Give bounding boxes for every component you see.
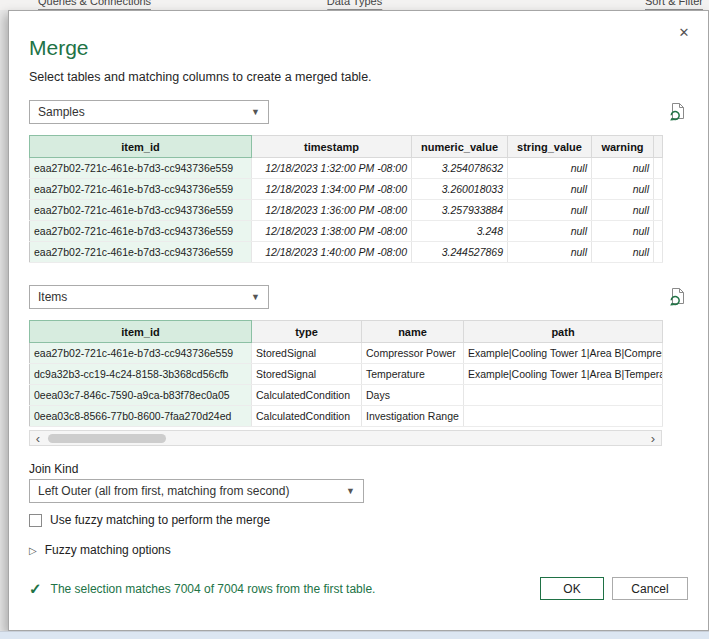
table-cell: null: [508, 200, 592, 221]
column-header[interactable]: string_value: [508, 136, 592, 158]
table-cell: null: [592, 242, 654, 263]
scrollbar-gutter: [654, 221, 663, 242]
table-row: eaa27b02-721c-461e-b7d3-cc943736e55912/1…: [30, 200, 663, 221]
scroll-right-icon[interactable]: ›: [645, 432, 661, 445]
expander-triangle-icon: ▷: [29, 545, 37, 556]
table-row: eaa27b02-721c-461e-b7d3-cc943736e55912/1…: [30, 158, 663, 179]
scrollbar-gutter: [654, 242, 663, 263]
samples-preview-table: item_idtimestampnumeric_valuestring_valu…: [29, 135, 663, 263]
first-table-select[interactable]: Samples ▼: [29, 100, 269, 124]
table-cell: StoredSignal: [252, 364, 362, 385]
fuzzy-options-label: Fuzzy matching options: [45, 543, 171, 557]
first-table-select-value: Samples: [38, 105, 85, 119]
table-cell: Temperature: [362, 364, 464, 385]
table-cell: eaa27b02-721c-461e-b7d3-cc943736e559: [30, 221, 252, 242]
table-cell: Example|Cooling Tower 1|Area B|Compress: [464, 343, 663, 364]
status-text: The selection matches 7004 of 7004 rows …: [51, 582, 376, 596]
table-cell: 0eea03c7-846c-7590-a9ca-b83f78ec0a05: [30, 385, 252, 406]
table-cell: 12/18/2023 1:38:00 PM -08:00: [252, 221, 412, 242]
table-cell: null: [508, 179, 592, 200]
join-kind-select[interactable]: Left Outer (all from first, matching fro…: [29, 479, 364, 503]
column-header[interactable]: numeric_value: [412, 136, 508, 158]
excel-ribbon-strip: Queries & Connections Data Types Sort & …: [0, 0, 709, 10]
table-cell: null: [508, 158, 592, 179]
scroll-left-icon[interactable]: ‹: [30, 432, 46, 445]
second-table-select-value: Items: [38, 290, 67, 304]
table-cell: CalculatedCondition: [252, 406, 362, 427]
table-cell: 3.254078632: [412, 158, 508, 179]
fuzzy-matching-checkbox[interactable]: [29, 514, 42, 527]
join-kind-value: Left Outer (all from first, matching fro…: [38, 484, 289, 498]
scrollbar-gutter: [654, 179, 663, 200]
column-header[interactable]: timestamp: [252, 136, 412, 158]
table-cell: null: [508, 242, 592, 263]
second-table-select[interactable]: Items ▼: [29, 285, 269, 309]
dialog-title: Merge: [29, 35, 688, 61]
table-cell: eaa27b02-721c-461e-b7d3-cc943736e559: [30, 179, 252, 200]
table-row: eaa27b02-721c-461e-b7d3-cc943736e559Stor…: [30, 343, 663, 364]
items-preview-table: item_idtypenamepatheaa27b02-721c-461e-b7…: [29, 320, 663, 427]
chevron-down-icon: ▼: [346, 486, 355, 496]
column-header[interactable]: path: [464, 321, 663, 343]
chevron-down-icon: ▼: [251, 292, 260, 302]
ribbon-group-data-types[interactable]: Data Types: [327, 0, 382, 10]
table-row: 0eea03c8-8566-77b0-8600-7faa270d24edCalc…: [30, 406, 663, 427]
table-cell: 0eea03c8-8566-77b0-8600-7faa270d24ed: [30, 406, 252, 427]
cancel-button[interactable]: Cancel: [612, 577, 688, 600]
table-row: dc9a32b3-cc19-4c24-8158-3b368cd56cfbStor…: [30, 364, 663, 385]
ok-button[interactable]: OK: [540, 577, 604, 600]
scrollbar-gutter: [654, 158, 663, 179]
table-cell: 12/18/2023 1:36:00 PM -08:00: [252, 200, 412, 221]
worksheet-edge-strip: [0, 631, 709, 639]
fuzzy-options-expander[interactable]: ▷ Fuzzy matching options: [29, 543, 688, 557]
table-row: eaa27b02-721c-461e-b7d3-cc943736e55912/1…: [30, 221, 663, 242]
table-cell: [464, 385, 663, 406]
close-icon[interactable]: ✕: [674, 23, 694, 43]
table-cell: dc9a32b3-cc19-4c24-8158-3b368cd56cfb: [30, 364, 252, 385]
table-cell: 12/18/2023 1:34:00 PM -08:00: [252, 179, 412, 200]
refresh-preview-icon[interactable]: [668, 287, 686, 307]
scrollbar-thumb[interactable]: [48, 434, 166, 443]
table-cell: 3.244527869: [412, 242, 508, 263]
table-cell: 12/18/2023 1:40:00 PM -08:00: [252, 242, 412, 263]
horizontal-scrollbar[interactable]: ‹ ›: [29, 430, 662, 446]
table-cell: null: [592, 221, 654, 242]
table-cell: eaa27b02-721c-461e-b7d3-cc943736e559: [30, 343, 252, 364]
header-row: item_idtypenamepath: [30, 321, 663, 343]
table-cell: StoredSignal: [252, 343, 362, 364]
header-row: item_idtimestampnumeric_valuestring_valu…: [30, 136, 663, 158]
table-cell: [464, 406, 663, 427]
table-cell: CalculatedCondition: [252, 385, 362, 406]
table-cell: 3.260018033: [412, 179, 508, 200]
column-header[interactable]: name: [362, 321, 464, 343]
ribbon-group-queries[interactable]: Queries & Connections: [38, 0, 151, 10]
column-header[interactable]: item_id: [30, 136, 252, 158]
table-cell: 3.248: [412, 221, 508, 242]
table-cell: eaa27b02-721c-461e-b7d3-cc943736e559: [30, 158, 252, 179]
table-cell: null: [508, 221, 592, 242]
column-header[interactable]: item_id: [30, 321, 252, 343]
table-cell: null: [592, 179, 654, 200]
refresh-preview-icon[interactable]: [668, 102, 686, 122]
dialog-subtitle: Select tables and matching columns to cr…: [29, 70, 688, 84]
table-row: eaa27b02-721c-461e-b7d3-cc943736e55912/1…: [30, 242, 663, 263]
table-cell: 3.257933884: [412, 200, 508, 221]
ribbon-group-sort-filter[interactable]: Sort & Filter: [645, 0, 703, 10]
scrollbar-gutter: [654, 200, 663, 221]
join-kind-label: Join Kind: [29, 462, 688, 476]
table-cell: null: [592, 158, 654, 179]
table-cell: Example|Cooling Tower 1|Area B|Temperat: [464, 364, 663, 385]
column-header[interactable]: type: [252, 321, 362, 343]
table-cell: eaa27b02-721c-461e-b7d3-cc943736e559: [30, 242, 252, 263]
column-header[interactable]: warning: [592, 136, 654, 158]
table-cell: eaa27b02-721c-461e-b7d3-cc943736e559: [30, 200, 252, 221]
status-message: ✓ The selection matches 7004 of 7004 row…: [29, 580, 375, 598]
chevron-down-icon: ▼: [251, 107, 260, 117]
table-row: 0eea03c7-846c-7590-a9ca-b83f78ec0a05Calc…: [30, 385, 663, 406]
scrollbar-gutter: [654, 136, 663, 158]
table-cell: 12/18/2023 1:32:00 PM -08:00: [252, 158, 412, 179]
table-row: eaa27b02-721c-461e-b7d3-cc943736e55912/1…: [30, 179, 663, 200]
table-cell: null: [592, 200, 654, 221]
merge-dialog: ✕ Merge Select tables and matching colum…: [8, 10, 709, 631]
table-cell: Days: [362, 385, 464, 406]
